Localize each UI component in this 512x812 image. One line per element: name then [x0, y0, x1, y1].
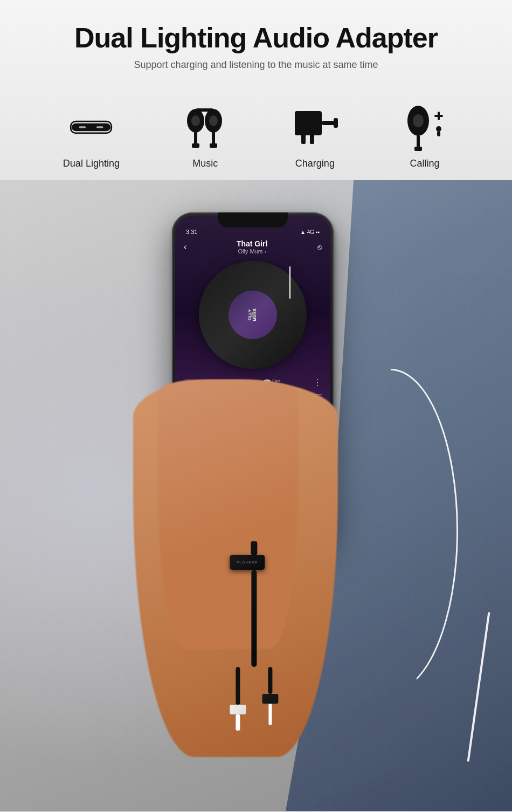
song-title: That Girl: [237, 239, 268, 248]
svg-rect-0: [72, 123, 110, 131]
svg-rect-21: [414, 147, 422, 151]
svg-rect-10: [212, 132, 215, 145]
svg-point-9: [209, 115, 218, 126]
svg-rect-20: [417, 135, 420, 148]
svg-point-24: [436, 126, 441, 132]
svg-rect-12: [196, 108, 213, 112]
svg-rect-15: [310, 134, 314, 144]
cable-down: [251, 570, 257, 667]
vinyl-record: OLLYMURS: [199, 261, 307, 369]
page-subtitle: Support charging and listening to the mu…: [32, 59, 480, 71]
svg-rect-1: [79, 126, 86, 128]
photo-section: 3:31 ▲ 4G ▪▪ ‹ That Girl Olly Murs ›: [0, 180, 512, 811]
svg-point-5: [191, 115, 200, 126]
artist-name: Olly Murs ›: [237, 248, 268, 254]
feature-label-charging: Charging: [295, 158, 335, 169]
album-art: OLLYMURS: [199, 261, 307, 369]
svg-rect-7: [192, 143, 199, 148]
header-section: Dual Lighting Audio Adapter Support char…: [0, 0, 512, 87]
feature-calling: Calling: [400, 103, 449, 169]
more-icon[interactable]: ⋮: [313, 377, 322, 388]
status-time: 3:31: [186, 229, 197, 235]
page-title: Dual Lighting Audio Adapter: [32, 22, 480, 54]
svg-rect-23: [438, 112, 440, 120]
audio-connector: [262, 667, 278, 725]
feature-label-dual-lighting: Dual Lighting: [63, 158, 120, 169]
adapter-brand: FLOVEME: [237, 561, 258, 564]
status-icons: ▲ 4G ▪▪: [300, 229, 320, 235]
back-icon[interactable]: ‹: [184, 242, 186, 252]
svg-rect-11: [210, 143, 217, 148]
song-info: That Girl Olly Murs ›: [237, 239, 268, 254]
feature-music: Music: [181, 103, 230, 169]
feature-charging: Charging: [290, 103, 339, 169]
svg-rect-17: [334, 118, 338, 128]
music-nav: ‹ That Girl Olly Murs › ⎋: [175, 237, 330, 257]
split-connectors: [230, 667, 278, 731]
feature-label-music: Music: [192, 158, 218, 169]
svg-rect-14: [301, 134, 306, 144]
svg-rect-2: [96, 126, 103, 128]
svg-rect-13: [295, 111, 322, 135]
page-wrapper: Dual Lighting Audio Adapter Support char…: [0, 0, 512, 812]
charging-icon: [290, 103, 339, 152]
phone-notch: [218, 212, 288, 228]
feature-label-calling: Calling: [410, 158, 440, 169]
calling-icon: [400, 103, 449, 152]
share-icon[interactable]: ⎋: [317, 243, 322, 251]
vinyl-artist-text: OLLYMURS: [248, 308, 258, 321]
charging-connector: [230, 667, 246, 731]
dual-connector-icon: [67, 103, 115, 152]
adapter-assembly: FLOVEME: [230, 541, 278, 731]
music-icon: [181, 103, 230, 152]
svg-rect-6: [194, 132, 197, 145]
features-row: Dual Lighting: [0, 87, 512, 180]
adapter-body: FLOVEME: [230, 555, 265, 570]
vinyl-inner: OLLYMURS: [229, 291, 277, 339]
svg-rect-25: [437, 131, 440, 136]
feature-dual-lighting: Dual Lighting: [63, 103, 120, 169]
svg-point-19: [413, 114, 424, 127]
